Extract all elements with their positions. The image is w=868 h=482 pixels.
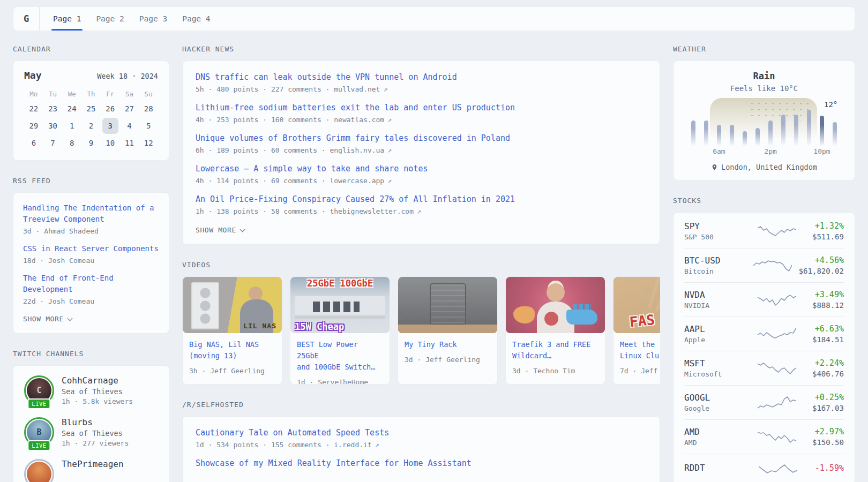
stock-sparkline — [758, 430, 796, 445]
video-title-link[interactable]: Traefik 3 and FREE Wildcard… — [512, 339, 598, 362]
time-label: 10pm — [813, 147, 830, 155]
calendar-day[interactable]: 2 — [83, 118, 99, 134]
stock-row[interactable]: SPY S&P 500 +1.32% $511.69 — [684, 214, 844, 248]
calendar-weekday: Su — [139, 88, 158, 100]
video-card[interactable]: FAS Meet the Linux Clu 7d · Jeff Geerlin… — [613, 276, 660, 385]
story-meta-text: 1h · 138 points · 58 comments · thebigne… — [196, 207, 414, 215]
stock-identity: MSFT Microsoft — [684, 358, 750, 378]
video-card[interactable]: Traefik 3 and FREE Wildcard… 3d · Techno… — [505, 276, 605, 385]
calendar-day[interactable]: 24 — [64, 101, 80, 117]
stock-company-name: Google — [684, 404, 750, 412]
weather-bar — [691, 120, 695, 146]
stock-row[interactable]: MSFT Microsoft +2.24% $406.76 — [684, 351, 844, 385]
calendar-day[interactable]: 9 — [83, 135, 99, 151]
video-thumbnail[interactable] — [506, 277, 605, 333]
section-title-calendar: CALENDAR — [13, 45, 169, 53]
twitch-channel-row[interactable]: LIVE ThePrimeagen — [24, 459, 158, 482]
calendar-day[interactable]: 10 — [102, 135, 118, 151]
story-title-link[interactable]: An Oil Price-Fixing Conspiracy Caused 27… — [196, 194, 647, 205]
stock-row[interactable]: NVDA NVIDIA +3.49% $888.12 — [684, 282, 844, 317]
calendar-day[interactable]: 23 — [45, 101, 61, 117]
video-thumbnail[interactable]: FAS — [613, 277, 660, 333]
calendar-day[interactable]: 12 — [140, 135, 156, 151]
weather-bar-slot — [803, 110, 815, 146]
stock-row[interactable]: RDDT -1.59% — [684, 454, 844, 482]
calendar-day[interactable]: 5 — [140, 118, 156, 134]
rss-show-more-button[interactable]: SHOW MORE — [23, 315, 72, 323]
stock-symbol: GOOGL — [684, 393, 750, 403]
weather-bar — [743, 131, 747, 146]
stock-identity: GOOGL Google — [684, 393, 750, 412]
video-title-link[interactable]: My Tiny Rack — [405, 339, 491, 350]
story-title-link[interactable]: Lowercase – A simple way to take and sha… — [196, 163, 647, 175]
rss-item-title-link[interactable]: The End of Front-End Development — [23, 273, 159, 295]
page-tab[interactable]: Page 3 — [138, 7, 169, 31]
twitch-channel-row[interactable]: C LIVE CohhCarnage Sea of Thieves 1h · 5… — [24, 375, 158, 405]
video-thumbnail[interactable] — [398, 277, 497, 333]
app-logo[interactable]: G — [13, 7, 39, 31]
stock-values: +6.63% $184.51 — [812, 324, 844, 344]
stock-change-percent: +0.25% — [812, 393, 844, 402]
stock-row[interactable]: AAPL Apple +6.63% $184.51 — [684, 317, 844, 351]
thumbnail-art-person — [547, 283, 565, 302]
calendar-day[interactable]: 8 — [64, 135, 80, 151]
calendar-day[interactable]: 27 — [121, 101, 137, 117]
calendar-day[interactable]: 7 — [45, 135, 61, 151]
rss-item-title-link[interactable]: Handling The Indentation of a Treeview C… — [23, 202, 159, 225]
calendar-weekday: Fr — [101, 88, 120, 100]
rss-item-title-link[interactable]: CSS in React Server Components — [23, 243, 159, 254]
rss-item-meta: 18d · Josh Comeau — [23, 257, 159, 265]
calendar-day[interactable]: 11 — [121, 135, 137, 151]
post-title-link[interactable]: Cautionary Tale on Automated Speed Tests — [196, 427, 647, 439]
twitch-channel-row[interactable]: B LIVE Blurbs Sea of Thieves 1h · 277 vi… — [24, 417, 158, 447]
story-title-link[interactable]: Lithium-free sodium batteries exit the l… — [196, 102, 647, 114]
weather-bar-slot — [777, 115, 790, 146]
video-meta: 3d · Jeff Geerling — [405, 356, 491, 364]
calendar-weekday: Sa — [120, 88, 139, 100]
channel-game: Sea of Thieves — [62, 387, 133, 396]
calendar-day[interactable]: 26 — [102, 101, 118, 117]
stock-company-name: Bitcoin — [684, 267, 750, 275]
videos-row: LIL NAS Big NAS, Lil NAS (moving 13) 3h … — [182, 276, 660, 385]
stock-row[interactable]: AMD AMD +2.97% $150.50 — [684, 419, 844, 454]
calendar-day[interactable]: 29 — [26, 118, 42, 134]
stock-values: -1.59% — [815, 463, 844, 475]
page-tab[interactable]: Page 2 — [94, 7, 125, 31]
hackernews-show-more-button[interactable]: SHOW MORE — [196, 226, 244, 234]
video-card[interactable]: 25GbE 100GbE 15W Cheap BEST Low Power 25… — [290, 276, 390, 385]
stock-row[interactable]: BTC-USD Bitcoin +4.56% $61,820.02 — [684, 248, 844, 282]
video-card[interactable]: LIL NAS Big NAS, Lil NAS (moving 13) 3h … — [182, 276, 282, 385]
calendar-day[interactable]: 3 — [102, 118, 118, 134]
page-tab[interactable]: Page 1 — [51, 7, 83, 31]
weather-bar — [717, 125, 721, 146]
rss-item-meta: 3d · Ahmad Shadeed — [23, 227, 159, 235]
calendar-day[interactable]: 1 — [64, 118, 80, 134]
video-meta: 3h · Jeff Geerling — [189, 367, 275, 375]
video-thumbnail[interactable]: LIL NAS — [183, 277, 282, 333]
calendar-month: May — [24, 70, 42, 81]
post-title-link[interactable]: Showcase of my Mixed Reality Interface f… — [196, 458, 647, 469]
story-title-link[interactable]: Unique volumes of Brothers Grimm fairy t… — [196, 133, 647, 144]
calendar-weekday: Th — [81, 88, 101, 100]
stock-symbol: MSFT — [684, 358, 750, 368]
video-title-link[interactable]: Meet the Linux Clu — [620, 339, 660, 362]
weather-condition: Rain — [684, 71, 844, 81]
channel-avatar: B LIVE — [24, 417, 54, 447]
story-title-link[interactable]: DNS traffic can leak outside the VPN tun… — [196, 72, 647, 83]
calendar-day[interactable]: 22 — [26, 101, 42, 117]
stock-symbol: NVDA — [684, 290, 750, 300]
calendar-day[interactable]: 25 — [83, 101, 99, 117]
story-item: Lowercase – A simple way to take and sha… — [196, 163, 647, 185]
calendar-day[interactable]: 30 — [45, 118, 61, 134]
calendar-day[interactable]: 4 — [121, 118, 137, 134]
page-tab[interactable]: Page 4 — [181, 7, 212, 31]
video-thumbnail[interactable]: 25GbE 100GbE 15W Cheap — [290, 277, 390, 333]
video-title-link[interactable]: Big NAS, Lil NAS (moving 13) — [189, 339, 275, 362]
stock-row[interactable]: GOOGL Google +0.25% $167.03 — [684, 385, 844, 419]
video-card[interactable]: My Tiny Rack 3d · Jeff Geerling — [398, 276, 498, 385]
video-title-link[interactable]: BEST Low Power 25GbE and 100GbE Switch… — [297, 339, 383, 373]
thumbnail-art-docker-whale — [566, 310, 597, 325]
calendar-day[interactable]: 28 — [140, 101, 156, 117]
calendar-day[interactable]: 6 — [26, 135, 42, 151]
stock-price: $184.51 — [812, 335, 844, 344]
